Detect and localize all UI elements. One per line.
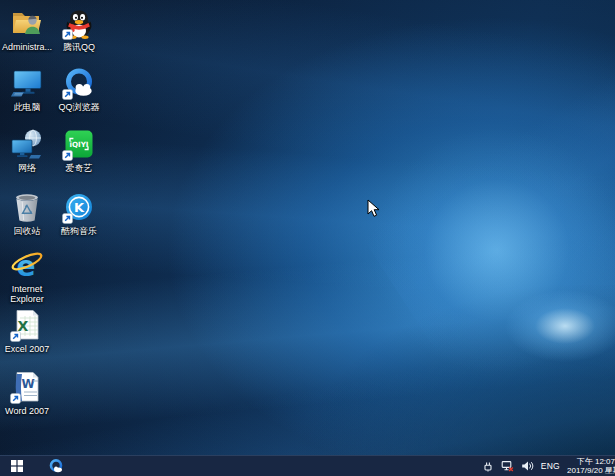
network-globe-icon (10, 127, 44, 161)
desktop-icon-tencent-qq[interactable]: 腾讯QQ (53, 6, 105, 52)
desktop[interactable]: Administra... (0, 0, 615, 476)
desktop-icon-recycle-bin[interactable]: 回收站 (1, 190, 53, 236)
desktop-icon-administrator[interactable]: Administra... (1, 6, 53, 52)
volume-icon[interactable] (521, 460, 534, 472)
desktop-icon-label: Internet Explorer (1, 284, 53, 304)
svg-text:iQIYI: iQIYI (69, 140, 88, 149)
computer-icon (10, 66, 44, 100)
taskbar: ENG 下午 12:07 2017/9/20 星期三 (0, 455, 615, 476)
desktop-icon-label: Administra... (2, 42, 52, 52)
desktop-icon-label: 酷狗音乐 (61, 226, 97, 236)
svg-text:W: W (21, 377, 34, 391)
word-icon: W (10, 370, 44, 404)
kugou-icon: K (62, 190, 96, 224)
ie-icon: e (10, 248, 44, 282)
shortcut-arrow-icon (62, 150, 73, 161)
desktop-icon-network[interactable]: 网络 (1, 127, 53, 173)
start-button[interactable] (0, 456, 34, 476)
taskbar-qq-browser-button[interactable] (43, 456, 69, 476)
desktop-icon-label: 此电脑 (14, 102, 41, 112)
shortcut-arrow-icon (62, 213, 73, 224)
desktop-icon-excel-2007[interactable]: X Excel 2007 (1, 308, 53, 354)
recycle-bin-icon (10, 190, 44, 224)
desktop-icon-iqiyi[interactable]: iQIYI 爱奇艺 (53, 127, 105, 173)
user-folder-icon (10, 6, 44, 40)
clock-time: 下午 12:07 (567, 457, 615, 466)
system-tray: ENG 下午 12:07 2017/9/20 星期三 (482, 456, 615, 476)
shortcut-arrow-icon (10, 393, 21, 404)
desktop-icon-label: Word 2007 (5, 406, 49, 416)
qq-browser-icon (62, 66, 96, 100)
clock[interactable]: 下午 12:07 2017/9/20 星期三 (567, 457, 615, 475)
shortcut-arrow-icon (62, 89, 73, 100)
desktop-icon-kugou-music[interactable]: K 酷狗音乐 (53, 190, 105, 236)
shortcut-arrow-icon (10, 331, 21, 342)
desktop-icon-internet-explorer[interactable]: e Internet Explorer (1, 248, 53, 304)
shortcut-arrow-icon (62, 29, 73, 40)
desktop-icon-qq-browser[interactable]: QQ浏览器 (53, 66, 105, 112)
language-indicator[interactable]: ENG (541, 461, 560, 471)
desktop-icon-label: 爱奇艺 (66, 163, 93, 173)
desktop-icon-this-pc[interactable]: 此电脑 (1, 66, 53, 112)
qq-browser-icon (48, 458, 64, 474)
svg-text:K: K (74, 200, 85, 215)
windows-logo-icon (400, 140, 600, 340)
desktop-icon-label: 回收站 (14, 226, 41, 236)
desktop-icon-word-2007[interactable]: W Word 2007 (1, 370, 53, 416)
qq-penguin-icon (62, 6, 96, 40)
clock-date: 2017/9/20 星期三 (567, 466, 615, 475)
windows-logo-icon (11, 460, 23, 472)
network-disconnected-icon[interactable] (501, 460, 514, 472)
desktop-icon-label: 网络 (18, 163, 36, 173)
desktop-icon-label: 腾讯QQ (63, 42, 95, 52)
iqiyi-icon: iQIYI (62, 127, 96, 161)
excel-icon: X (10, 308, 44, 342)
desktop-icon-label: Excel 2007 (5, 344, 50, 354)
eject-usb-icon[interactable] (482, 460, 494, 472)
desktop-icon-label: QQ浏览器 (58, 102, 99, 112)
